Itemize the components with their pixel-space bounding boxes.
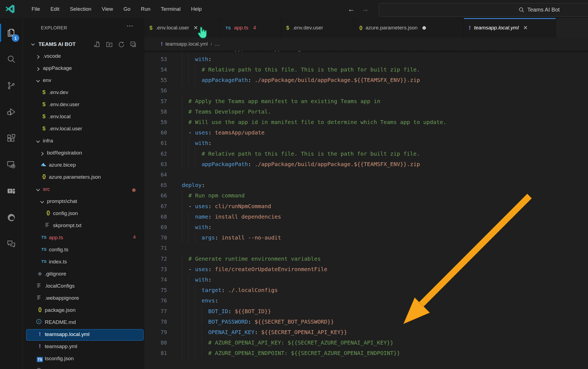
line-number[interactable]: 77	[144, 306, 167, 316]
breadcrumb-file[interactable]: teamsapp.local.yml	[165, 41, 208, 47]
line-number[interactable]: 69	[144, 222, 167, 232]
tree-item-src[interactable]: src	[23, 184, 144, 196]
code-line-81[interactable]: 81 # AZURE_OPENAI_ENDPOINT: ${{SECRET_AZ…	[144, 348, 588, 359]
code-line-58[interactable]: 58 # Teams Developer Portal.	[144, 106, 588, 117]
project-root-row[interactable]: TEAMS AI BOT	[23, 38, 144, 51]
code-line-53[interactable]: 53 with:	[144, 54, 588, 65]
line-number[interactable]: 74	[144, 274, 167, 285]
tree-item-appPackage[interactable]: appPackage	[23, 63, 144, 75]
code-line-56[interactable]: 56	[144, 85, 588, 96]
activity-remote-explorer-icon[interactable]	[0, 153, 23, 176]
code-line-75[interactable]: 75 target: ./.localConfigs	[144, 285, 588, 296]
nav-back-button[interactable]: ←	[348, 0, 355, 18]
activity-search-icon[interactable]	[0, 48, 23, 70]
code-line-66[interactable]: 66 # Run npm command	[144, 190, 588, 201]
tree-item-config.json[interactable]: {}config.json	[23, 208, 144, 220]
code-line-64[interactable]: 64	[144, 169, 588, 180]
code-line-74[interactable]: 74 with:	[144, 274, 588, 285]
line-number[interactable]: 62	[144, 148, 167, 159]
tree-item-app.ts[interactable]: TSapp.ts4	[23, 232, 144, 244]
tree-item-azure.parameters.json[interactable]: {}azure.parameters.json	[23, 172, 144, 184]
line-number[interactable]: 61	[144, 138, 167, 148]
line-number[interactable]: 66	[144, 190, 167, 201]
tree-item-env[interactable]: env	[23, 75, 144, 87]
activity-source-control-icon[interactable]	[0, 74, 23, 97]
menu-terminal[interactable]: Terminal	[156, 6, 186, 12]
activity-run-debug-icon[interactable]	[0, 101, 23, 123]
code-line-60[interactable]: 60 - uses: teamsApp/update	[144, 127, 588, 138]
line-number[interactable]: 76	[144, 295, 167, 306]
code-line-54[interactable]: 54 # Relative path to this file. This is…	[144, 64, 588, 75]
tree-item-index.ts[interactable]: TSindex.ts	[23, 256, 144, 268]
tree-item-skprompt.txt[interactable]: skprompt.txt	[23, 220, 144, 232]
tab-.env.local.user[interactable]: $.env.local.user✕	[144, 18, 221, 37]
code-line-80[interactable]: 80 # AZURE_OPENAI_API_KEY: ${{SECRET_AZU…	[144, 337, 588, 348]
tree-item-config.ts[interactable]: TSconfig.ts	[23, 244, 144, 256]
tree-item-.env.local[interactable]: $.env.local	[23, 111, 144, 123]
line-number[interactable]: 67	[144, 201, 167, 211]
new-file-icon[interactable]	[94, 41, 101, 48]
tree-item-.webappignore[interactable]: .webappignore	[23, 293, 144, 305]
line-number[interactable]: 63	[144, 159, 167, 169]
code-line-55[interactable]: 55 appPackagePath: ./appPackage/build/ap…	[144, 75, 588, 86]
code-line-69[interactable]: 69 with:	[144, 222, 588, 233]
line-number[interactable]: 54	[144, 64, 167, 75]
tab-azure.parameters.json[interactable]: {}azure.parameters.json	[354, 18, 464, 37]
line-number[interactable]: 70	[144, 232, 167, 243]
tree-item-teamsapp.local.yml[interactable]: !teamsapp.local.yml	[23, 329, 144, 341]
code-line-68[interactable]: 68 name: install dependencies	[144, 211, 588, 222]
menu-run[interactable]: Run	[136, 6, 156, 12]
activity-comments-icon[interactable]	[0, 233, 23, 255]
tree-item-.gitignore[interactable]: ◆.gitignore	[23, 268, 144, 280]
menu-selection[interactable]: Selection	[65, 6, 96, 12]
explorer-more-actions-button[interactable]: ⋯	[127, 22, 133, 30]
menu-view[interactable]: View	[97, 6, 118, 12]
tree-item-.vscode[interactable]: .vscode	[23, 51, 144, 63]
activity-teams-toolkit-icon[interactable]: T	[0, 180, 23, 202]
tree-item-.env.dev.user[interactable]: $.env.dev.user	[23, 99, 144, 111]
line-number[interactable]: 81	[144, 348, 167, 358]
tree-item-.env.dev[interactable]: $.env.dev	[23, 87, 144, 99]
code-line-67[interactable]: 67 - uses: cli/runNpmCommand	[144, 201, 588, 212]
tree-item-.localConfigs[interactable]: .localConfigs	[23, 280, 144, 293]
line-number[interactable]: 73	[144, 264, 167, 274]
code-line-63[interactable]: 63 appPackagePath: ./appPackage/build/ap…	[144, 159, 588, 170]
tree-item-tsconfig.json[interactable]: TStsconfig.json	[23, 353, 144, 365]
code-line-73[interactable]: 73 - uses: file/createOrUpdateEnvironmen…	[144, 264, 588, 275]
code-line-71[interactable]: 71	[144, 243, 588, 254]
line-number[interactable]: 59	[144, 117, 167, 127]
line-number[interactable]: 56	[144, 85, 167, 96]
line-number[interactable]: 79	[144, 327, 167, 337]
activity-edge-browser-icon[interactable]	[0, 206, 23, 229]
code-line-70[interactable]: 70 args: install --no-audit	[144, 232, 588, 243]
tree-item-prompts\chat[interactable]: prompts\chat	[23, 196, 144, 208]
line-number[interactable]: 72	[144, 254, 167, 264]
line-number[interactable]: 52	[144, 51, 167, 54]
tree-item-azure.bicep[interactable]: azure.bicep	[23, 159, 144, 172]
code-editor[interactable]: 52 - uses: teamsApp/validateAppPackage53…	[144, 51, 588, 369]
tree-item-teamsapp.yml[interactable]: !teamsapp.yml	[23, 341, 144, 353]
tree-item-botRegistration[interactable]: botRegistration	[23, 147, 144, 159]
menu-go[interactable]: Go	[118, 6, 135, 12]
breadcrumb[interactable]: ! teamsapp.local.yml › …	[144, 37, 588, 51]
line-number[interactable]: 58	[144, 106, 167, 117]
activity-explorer-icon[interactable]: 1	[0, 21, 23, 44]
nav-forward-button[interactable]: →	[362, 0, 369, 18]
line-number[interactable]: 60	[144, 127, 167, 138]
line-number[interactable]: 78	[144, 316, 167, 327]
new-folder-icon[interactable]	[106, 41, 113, 48]
tree-item-partial[interactable]	[23, 365, 144, 369]
tree-item-.env.local.user[interactable]: $.env.local.user	[23, 123, 144, 135]
tab-teamsapp.local.yml[interactable]: !teamsapp.local.yml✕	[464, 18, 556, 37]
code-line-59[interactable]: 59 # Will use the app id in manifest fil…	[144, 117, 588, 128]
menu-help[interactable]: Help	[186, 6, 207, 12]
tree-item-README.md[interactable]: README.md	[23, 317, 144, 329]
line-number[interactable]: 57	[144, 96, 167, 106]
tree-item-package.json[interactable]: {}package.json	[23, 305, 144, 317]
line-number[interactable]: 53	[144, 54, 167, 64]
line-number[interactable]: 65	[144, 180, 167, 190]
code-line-52[interactable]: 52 - uses: teamsApp/validateAppPackage	[144, 51, 588, 54]
line-number[interactable]: 71	[144, 243, 167, 253]
line-number[interactable]: 64	[144, 169, 167, 180]
refresh-icon[interactable]	[118, 41, 125, 48]
